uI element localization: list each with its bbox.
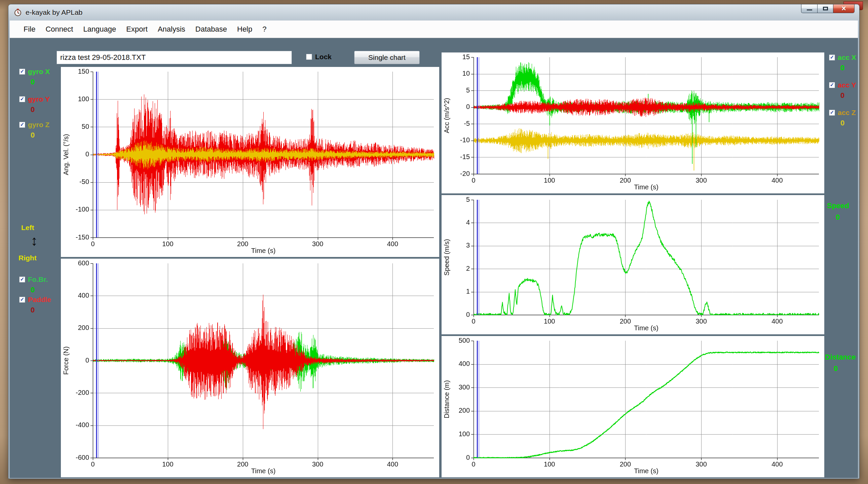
check-icon: ✓ xyxy=(20,296,25,302)
acc-z-checkbox[interactable]: ✓ xyxy=(829,110,835,116)
client-area: ✓ Lock Single chart ✓ gyro X 0 ✓ gyro Y … xyxy=(10,38,858,478)
menu-analysis[interactable]: Analysis xyxy=(153,23,190,36)
left-label: Left xyxy=(21,224,34,232)
force-chart-panel xyxy=(61,259,439,477)
channel-acc-x: ✓ acc X 0 xyxy=(829,54,858,72)
maximize-icon xyxy=(823,7,828,10)
window-title: e-kayak by APLab xyxy=(26,8,83,17)
menu-export[interactable]: Export xyxy=(121,23,153,36)
paddle-value: 0 xyxy=(31,306,63,314)
right-label: Right xyxy=(19,254,37,262)
channel-acc-y: ✓ acc Y 0 xyxy=(829,81,858,100)
fobr-label: Fo.Br. xyxy=(28,275,48,283)
force-chart[interactable] xyxy=(61,259,439,477)
close-button[interactable]: × xyxy=(833,4,855,13)
gyro-z-checkbox[interactable]: ✓ xyxy=(19,122,25,128)
fobr-value: 0 xyxy=(31,285,63,294)
gyro-z-label: gyro Z xyxy=(28,121,50,129)
maximize-button[interactable] xyxy=(817,4,833,13)
angular-velocity-chart-panel xyxy=(61,67,439,257)
acceleration-chart[interactable] xyxy=(441,53,824,193)
speed-label: Speed xyxy=(827,202,849,210)
channel-gyro-x: ✓ gyro X 0 xyxy=(19,68,63,86)
lock-label: Lock xyxy=(315,53,332,61)
check-icon: ✓ xyxy=(830,82,834,88)
gyro-y-checkbox[interactable]: ✓ xyxy=(19,96,25,102)
check-icon: ✓ xyxy=(20,68,25,74)
distance-label: Distance xyxy=(825,353,856,362)
window-titlebar[interactable]: e-kayak by APLab × xyxy=(8,4,859,21)
paddle-checkbox[interactable]: ✓ xyxy=(19,297,25,303)
acc-z-value: 0 xyxy=(840,119,858,127)
menu-bar: File Connect Language Export Analysis Da… xyxy=(10,21,858,38)
close-icon: × xyxy=(841,5,846,12)
channel-paddle: ✓ Paddle 0 xyxy=(19,296,63,314)
acc-z-label: acc Z xyxy=(838,109,856,117)
check-icon: ✓ xyxy=(830,54,834,60)
fobr-checkbox[interactable]: ✓ xyxy=(19,276,25,282)
speed-value: 0 xyxy=(836,213,849,222)
distance-value: 0 xyxy=(834,364,856,373)
check-icon: ✓ xyxy=(830,109,834,115)
check-icon: ✓ xyxy=(20,96,25,102)
minimize-button[interactable] xyxy=(801,4,817,13)
acc-x-checkbox[interactable]: ✓ xyxy=(829,55,835,61)
menu-help[interactable]: Help xyxy=(232,23,257,36)
menu-question[interactable]: ? xyxy=(257,23,271,36)
acc-x-label: acc X xyxy=(838,54,856,62)
distance-chart-panel xyxy=(441,336,824,477)
gyro-x-checkbox[interactable]: ✓ xyxy=(19,69,25,75)
desktop-background: e-kayak by APLab × File Connect Language… xyxy=(0,0,868,484)
angular-velocity-chart[interactable] xyxy=(61,67,439,257)
lock-checkbox[interactable]: ✓ xyxy=(306,54,312,60)
acc-y-value: 0 xyxy=(840,91,858,100)
menu-language[interactable]: Language xyxy=(78,23,121,36)
distance-readout: Distance 0 xyxy=(825,353,856,373)
gyro-z-value: 0 xyxy=(31,131,63,140)
menu-file[interactable]: File xyxy=(19,23,40,36)
channel-gyro-y: ✓ gyro Y 0 xyxy=(19,95,63,114)
app-window: e-kayak by APLab × File Connect Language… xyxy=(8,4,860,479)
check-icon: ✓ xyxy=(20,276,25,282)
lock-control: ✓ Lock xyxy=(306,53,332,61)
acc-y-checkbox[interactable]: ✓ xyxy=(829,82,835,88)
single-chart-button[interactable]: Single chart xyxy=(354,51,420,64)
channel-acc-z: ✓ acc Z 0 xyxy=(829,109,858,127)
distance-chart[interactable] xyxy=(441,336,824,477)
acceleration-chart-panel xyxy=(441,53,824,193)
gyro-y-label: gyro Y xyxy=(28,95,50,103)
acc-y-label: acc Y xyxy=(838,81,856,89)
gyro-x-value: 0 xyxy=(31,78,63,86)
gyro-x-label: gyro X xyxy=(28,68,50,76)
minimize-icon xyxy=(807,9,812,10)
check-icon: ✓ xyxy=(20,121,25,127)
app-icon xyxy=(14,8,22,17)
channel-fobr: ✓ Fo.Br. 0 xyxy=(19,275,63,294)
speed-chart[interactable] xyxy=(441,195,824,334)
gyro-y-value: 0 xyxy=(31,105,63,114)
speed-chart-panel xyxy=(441,195,824,334)
menu-database[interactable]: Database xyxy=(190,23,232,36)
filename-input[interactable] xyxy=(57,51,292,64)
acc-x-value: 0 xyxy=(840,64,858,72)
speed-readout: Speed 0 xyxy=(827,202,849,222)
menu-connect[interactable]: Connect xyxy=(40,23,78,36)
paddle-label: Paddle xyxy=(28,296,51,304)
channel-gyro-z: ✓ gyro Z 0 xyxy=(19,121,63,140)
left-right-arrow-icon: ↕ xyxy=(31,234,38,248)
window-controls: × xyxy=(801,4,855,13)
